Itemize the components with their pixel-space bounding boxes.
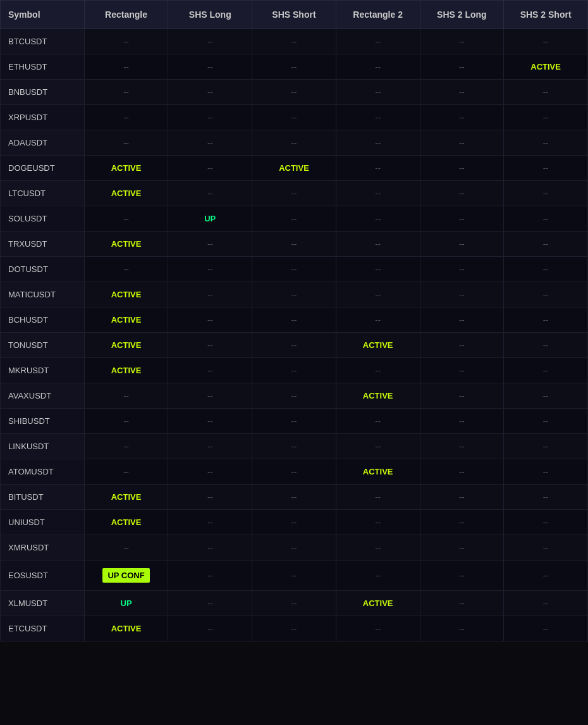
status-cell: -- bbox=[84, 434, 168, 459]
status-cell: -- bbox=[504, 206, 588, 232]
status-badge: -- bbox=[459, 62, 465, 71]
status-badge: -- bbox=[291, 598, 297, 608]
status-cell: -- bbox=[168, 257, 252, 282]
table-row: ADAUSDT------------ bbox=[1, 130, 588, 156]
table-row: EOSUSDTUP CONF---------- bbox=[1, 561, 588, 591]
status-badge: -- bbox=[375, 214, 381, 223]
status-cell: -- bbox=[252, 333, 336, 358]
status-cell: -- bbox=[504, 561, 588, 591]
status-cell: -- bbox=[252, 485, 336, 510]
symbol-cell: MKRUSDT bbox=[1, 358, 85, 383]
status-badge: -- bbox=[543, 138, 549, 147]
status-cell: -- bbox=[504, 156, 588, 181]
status-cell: -- bbox=[252, 383, 336, 409]
status-cell: ACTIVE bbox=[84, 485, 168, 510]
symbol-cell: BCHUSDT bbox=[1, 307, 85, 333]
status-cell: -- bbox=[168, 434, 252, 459]
status-cell: -- bbox=[504, 591, 588, 616]
status-cell: -- bbox=[336, 181, 420, 206]
table-row: ETHUSDT----------ACTIVE bbox=[1, 54, 588, 80]
status-badge: -- bbox=[207, 467, 213, 476]
status-cell: -- bbox=[168, 156, 252, 181]
pattern-table: Symbol Rectangle SHS Long SHS Short Rect… bbox=[0, 0, 588, 641]
col-header-shs-long: SHS Long bbox=[168, 1, 252, 29]
status-badge: -- bbox=[291, 366, 297, 375]
status-cell: -- bbox=[504, 181, 588, 206]
status-badge: -- bbox=[459, 391, 465, 400]
status-cell: -- bbox=[336, 358, 420, 383]
status-badge: -- bbox=[207, 113, 213, 122]
status-cell: -- bbox=[336, 561, 420, 591]
table-row: TRXUSDTACTIVE---------- bbox=[1, 232, 588, 257]
status-badge: -- bbox=[291, 571, 297, 580]
symbol-cell: DOTUSDT bbox=[1, 257, 85, 282]
status-badge: -- bbox=[543, 239, 549, 249]
status-cell: -- bbox=[168, 105, 252, 130]
status-badge: -- bbox=[459, 290, 465, 299]
status-cell: ACTIVE bbox=[336, 459, 420, 485]
status-badge: -- bbox=[123, 391, 129, 400]
status-badge: -- bbox=[375, 239, 381, 249]
status-cell: -- bbox=[504, 434, 588, 459]
status-cell: -- bbox=[420, 105, 504, 130]
status-cell: -- bbox=[252, 130, 336, 156]
status-badge: -- bbox=[543, 467, 549, 476]
status-cell: -- bbox=[504, 130, 588, 156]
status-badge: -- bbox=[459, 492, 465, 502]
status-badge: -- bbox=[543, 290, 549, 299]
status-badge: -- bbox=[207, 517, 213, 527]
status-badge: ACTIVE bbox=[111, 239, 142, 249]
status-cell: -- bbox=[252, 591, 336, 616]
status-badge: ACTIVE bbox=[111, 492, 142, 502]
table-row: LINKUSDT------------ bbox=[1, 434, 588, 459]
status-cell: -- bbox=[420, 156, 504, 181]
status-badge: -- bbox=[459, 113, 465, 122]
status-badge: -- bbox=[543, 366, 549, 375]
symbol-cell: LINKUSDT bbox=[1, 434, 85, 459]
status-cell: -- bbox=[336, 510, 420, 535]
status-badge: -- bbox=[375, 87, 381, 97]
status-badge: -- bbox=[543, 416, 549, 426]
status-cell: -- bbox=[168, 459, 252, 485]
status-cell: -- bbox=[168, 591, 252, 616]
status-badge: ACTIVE bbox=[111, 315, 142, 325]
status-cell: -- bbox=[420, 383, 504, 409]
status-badge: -- bbox=[123, 113, 129, 122]
status-badge: -- bbox=[291, 138, 297, 147]
status-cell: -- bbox=[84, 80, 168, 105]
status-cell: -- bbox=[252, 307, 336, 333]
table-row: XRPUSDT------------ bbox=[1, 105, 588, 130]
status-badge: -- bbox=[459, 366, 465, 375]
status-badge: ACTIVE bbox=[111, 517, 142, 527]
status-cell: -- bbox=[84, 383, 168, 409]
status-cell: ACTIVE bbox=[336, 591, 420, 616]
status-cell: -- bbox=[168, 232, 252, 257]
status-badge: -- bbox=[291, 517, 297, 527]
status-badge: -- bbox=[459, 239, 465, 249]
status-badge: -- bbox=[543, 340, 549, 350]
status-cell: -- bbox=[252, 616, 336, 641]
symbol-cell: ETCUSDT bbox=[1, 616, 85, 641]
status-badge: -- bbox=[291, 340, 297, 350]
status-badge: -- bbox=[207, 87, 213, 97]
status-cell: -- bbox=[420, 485, 504, 510]
status-cell: -- bbox=[420, 510, 504, 535]
status-badge: -- bbox=[543, 189, 549, 198]
status-badge: -- bbox=[207, 416, 213, 426]
status-badge: -- bbox=[459, 189, 465, 198]
status-badge: -- bbox=[375, 571, 381, 580]
status-cell: -- bbox=[420, 307, 504, 333]
status-badge: -- bbox=[459, 37, 465, 46]
status-cell: -- bbox=[336, 156, 420, 181]
status-badge: -- bbox=[375, 624, 381, 633]
symbol-cell: MATICUSDT bbox=[1, 282, 85, 307]
status-cell: ACTIVE bbox=[84, 282, 168, 307]
status-cell: -- bbox=[504, 80, 588, 105]
status-cell: ACTIVE bbox=[336, 383, 420, 409]
status-cell: -- bbox=[84, 54, 168, 80]
symbol-cell: XRPUSDT bbox=[1, 105, 85, 130]
status-badge: -- bbox=[459, 315, 465, 325]
status-badge: -- bbox=[459, 264, 465, 274]
status-badge: -- bbox=[207, 543, 213, 552]
status-cell: -- bbox=[168, 409, 252, 434]
